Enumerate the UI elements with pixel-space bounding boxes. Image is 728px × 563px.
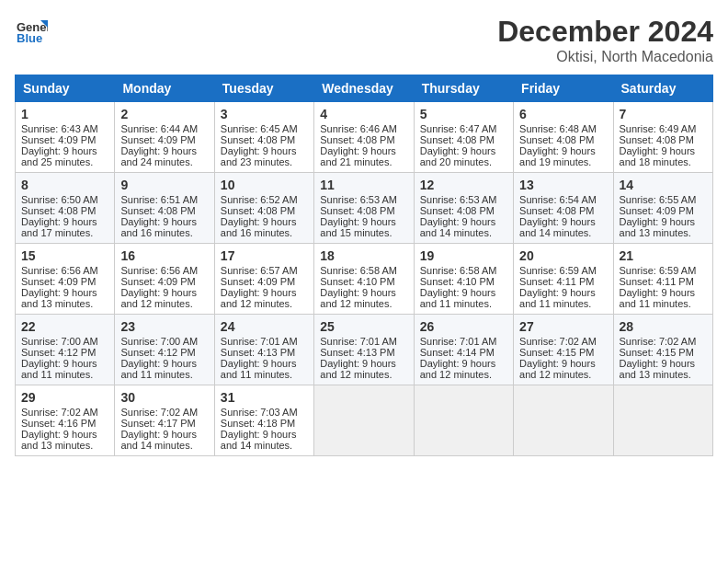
- day-info-line: Sunset: 4:09 PM: [21, 134, 108, 145]
- day-info-line: and 14 minutes.: [221, 440, 308, 451]
- day-info-line: Sunrise: 7:00 AM: [120, 336, 208, 347]
- day-number: 6: [519, 107, 607, 121]
- calendar-cell: 27Sunrise: 7:02 AMSunset: 4:15 PMDayligh…: [514, 315, 613, 385]
- day-info-line: Sunset: 4:17 PM: [120, 418, 208, 429]
- day-info-line: and 13 minutes.: [21, 298, 108, 309]
- day-info-line: Sunrise: 7:02 AM: [620, 336, 707, 347]
- day-info-line: Daylight: 9 hours: [120, 429, 208, 440]
- day-number: 15: [21, 248, 108, 263]
- day-info-line: Daylight: 9 hours: [120, 358, 208, 369]
- weekday-header-row: SundayMondayTuesdayWednesdayThursdayFrid…: [16, 75, 713, 102]
- day-info-line: Daylight: 9 hours: [320, 358, 407, 369]
- day-number: 28: [620, 319, 707, 334]
- day-info-line: and 12 minutes.: [320, 369, 407, 380]
- day-info-line: Sunset: 4:09 PM: [221, 276, 308, 287]
- calendar-cell: 28Sunrise: 7:02 AMSunset: 4:15 PMDayligh…: [613, 315, 712, 385]
- calendar-cell: 22Sunrise: 7:00 AMSunset: 4:12 PMDayligh…: [16, 315, 115, 385]
- day-info-line: and 11 minutes.: [21, 369, 108, 380]
- calendar-cell: 3Sunrise: 6:45 AMSunset: 4:08 PMDaylight…: [214, 102, 313, 173]
- day-info-line: Sunrise: 6:52 AM: [221, 194, 308, 205]
- day-info-line: Sunset: 4:10 PM: [420, 276, 507, 287]
- day-info-line: Daylight: 9 hours: [221, 145, 308, 156]
- location-title: Oktisi, North Macedonia: [497, 49, 713, 65]
- day-info-line: and 16 minutes.: [221, 227, 308, 238]
- day-number: 2: [120, 107, 208, 121]
- calendar-cell: 16Sunrise: 6:56 AMSunset: 4:09 PMDayligh…: [115, 244, 214, 315]
- day-info-line: Sunrise: 7:02 AM: [21, 407, 108, 418]
- calendar-cell: 17Sunrise: 6:57 AMSunset: 4:09 PMDayligh…: [214, 244, 313, 315]
- day-info-line: Sunset: 4:16 PM: [21, 418, 108, 429]
- day-info-line: Sunrise: 6:51 AM: [120, 194, 208, 205]
- calendar-cell: 24Sunrise: 7:01 AMSunset: 4:13 PMDayligh…: [214, 315, 313, 385]
- day-info-line: and 16 minutes.: [120, 227, 208, 238]
- day-info-line: Daylight: 9 hours: [620, 358, 707, 369]
- day-info-line: Sunrise: 6:59 AM: [519, 265, 607, 276]
- weekday-label: Thursday: [414, 75, 513, 102]
- calendar-cell: 25Sunrise: 7:01 AMSunset: 4:13 PMDayligh…: [314, 315, 414, 385]
- weekday-label: Monday: [115, 75, 214, 102]
- day-info-line: and 25 minutes.: [21, 156, 108, 167]
- day-info-line: and 13 minutes.: [620, 227, 707, 238]
- day-info-line: Sunset: 4:08 PM: [519, 205, 607, 216]
- day-info-line: Sunrise: 7:02 AM: [519, 336, 607, 347]
- day-number: 30: [120, 390, 208, 405]
- day-info-line: and 12 minutes.: [120, 298, 208, 309]
- weekday-label: Friday: [514, 75, 613, 102]
- day-info-line: Daylight: 9 hours: [320, 216, 407, 227]
- day-info-line: and 11 minutes.: [221, 369, 308, 380]
- day-number: 7: [620, 107, 707, 121]
- day-info-line: and 23 minutes.: [221, 156, 308, 167]
- day-info-line: Sunrise: 7:01 AM: [221, 336, 308, 347]
- day-number: 23: [120, 319, 208, 334]
- day-info-line: Sunset: 4:09 PM: [120, 276, 208, 287]
- weekday-label: Sunday: [16, 75, 115, 102]
- calendar-cell: 23Sunrise: 7:00 AMSunset: 4:12 PMDayligh…: [115, 315, 214, 385]
- day-info-line: Daylight: 9 hours: [620, 216, 707, 227]
- calendar-table: SundayMondayTuesdayWednesdayThursdayFrid…: [15, 75, 713, 456]
- day-info-line: Daylight: 9 hours: [519, 358, 607, 369]
- day-info-line: Sunset: 4:12 PM: [21, 347, 108, 358]
- calendar-cell: 13Sunrise: 6:54 AMSunset: 4:08 PMDayligh…: [514, 173, 613, 244]
- day-number: 9: [120, 178, 208, 192]
- calendar-week-row: 22Sunrise: 7:00 AMSunset: 4:12 PMDayligh…: [16, 315, 713, 385]
- day-info-line: Sunrise: 7:00 AM: [21, 336, 108, 347]
- day-info-line: Sunset: 4:10 PM: [320, 276, 407, 287]
- day-info-line: Sunrise: 6:56 AM: [21, 265, 108, 276]
- day-number: 5: [420, 107, 507, 121]
- day-info-line: Sunset: 4:08 PM: [320, 205, 407, 216]
- day-info-line: Sunrise: 6:45 AM: [221, 123, 308, 134]
- day-info-line: Sunrise: 6:57 AM: [221, 265, 308, 276]
- calendar-week-row: 8Sunrise: 6:50 AMSunset: 4:08 PMDaylight…: [16, 173, 713, 244]
- calendar-cell: [613, 385, 712, 456]
- day-number: 10: [221, 178, 308, 192]
- day-info-line: Sunrise: 6:46 AM: [320, 123, 407, 134]
- day-info-line: Sunrise: 6:44 AM: [120, 123, 208, 134]
- day-info-line: Sunrise: 6:54 AM: [519, 194, 607, 205]
- svg-text:Blue: Blue: [17, 31, 42, 45]
- calendar-week-row: 15Sunrise: 6:56 AMSunset: 4:09 PMDayligh…: [16, 244, 713, 315]
- day-number: 8: [21, 178, 108, 192]
- day-info-line: Sunset: 4:13 PM: [221, 347, 308, 358]
- day-info-line: Daylight: 9 hours: [221, 429, 308, 440]
- day-info-line: Sunset: 4:08 PM: [120, 205, 208, 216]
- calendar-cell: 9Sunrise: 6:51 AMSunset: 4:08 PMDaylight…: [115, 173, 214, 244]
- calendar-cell: 1Sunrise: 6:43 AMSunset: 4:09 PMDaylight…: [16, 102, 115, 173]
- calendar-cell: 8Sunrise: 6:50 AMSunset: 4:08 PMDaylight…: [16, 173, 115, 244]
- calendar-cell: 2Sunrise: 6:44 AMSunset: 4:09 PMDaylight…: [115, 102, 214, 173]
- day-info-line: and 12 minutes.: [519, 369, 607, 380]
- calendar-cell: 5Sunrise: 6:47 AMSunset: 4:08 PMDaylight…: [414, 102, 513, 173]
- day-info-line: Sunset: 4:12 PM: [120, 347, 208, 358]
- day-info-line: Daylight: 9 hours: [21, 216, 108, 227]
- day-info-line: Sunrise: 6:53 AM: [420, 194, 507, 205]
- day-info-line: Daylight: 9 hours: [620, 145, 707, 156]
- day-info-line: and 17 minutes.: [21, 227, 108, 238]
- day-info-line: Sunrise: 6:56 AM: [120, 265, 208, 276]
- calendar-week-row: 29Sunrise: 7:02 AMSunset: 4:16 PMDayligh…: [16, 385, 713, 456]
- day-info-line: and 13 minutes.: [620, 369, 707, 380]
- day-info-line: Sunset: 4:09 PM: [620, 205, 707, 216]
- calendar-cell: 29Sunrise: 7:02 AMSunset: 4:16 PMDayligh…: [16, 385, 115, 456]
- calendar-cell: 19Sunrise: 6:58 AMSunset: 4:10 PMDayligh…: [414, 244, 513, 315]
- day-info-line: and 11 minutes.: [519, 298, 607, 309]
- day-info-line: Daylight: 9 hours: [221, 287, 308, 298]
- calendar-cell: 18Sunrise: 6:58 AMSunset: 4:10 PMDayligh…: [314, 244, 414, 315]
